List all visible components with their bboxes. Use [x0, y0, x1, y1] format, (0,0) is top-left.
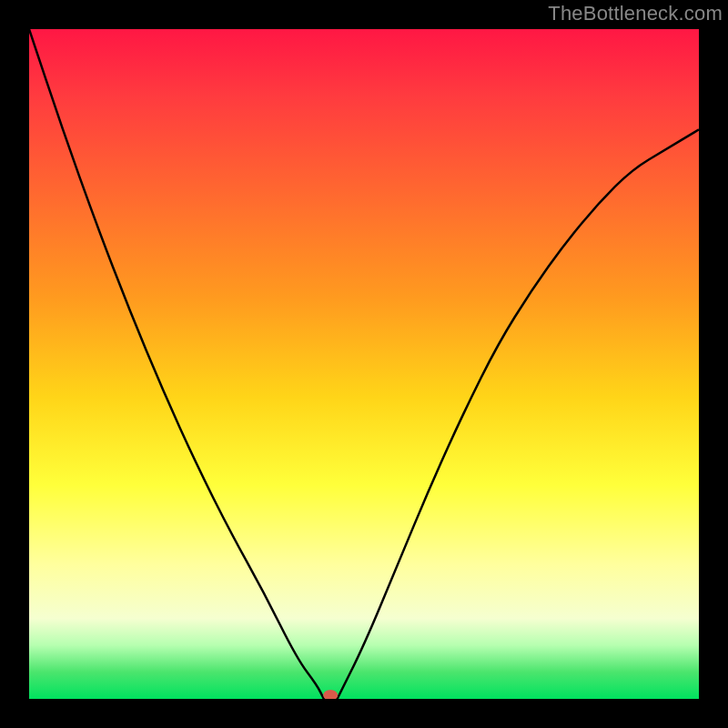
- bottleneck-curve-left: [29, 29, 324, 699]
- optimal-marker: [323, 690, 338, 699]
- chart-frame: TheBottleneck.com: [0, 0, 728, 728]
- watermark-text: TheBottleneck.com: [548, 2, 723, 25]
- bottleneck-curve-right: [338, 129, 699, 699]
- plot-area: [29, 29, 699, 699]
- curve-svg: [29, 29, 699, 699]
